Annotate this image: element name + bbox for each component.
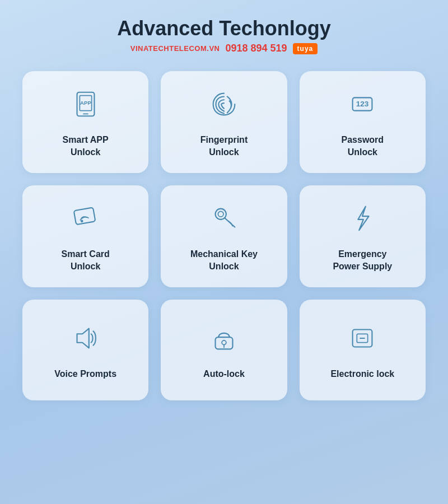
- voice-prompts-label: Voice Prompts: [54, 368, 116, 380]
- page-header: Advanced Techonlogy VINATECHTELECOM.VN 0…: [117, 17, 330, 66]
- lightning-icon: [346, 202, 379, 239]
- subheader: VINATECHTELECOM.VN 0918 894 519 tuya: [117, 43, 330, 54]
- fingerprint-label: FingerprintUnlock: [200, 134, 248, 159]
- smart-app-label: Smart APPUnlock: [63, 134, 109, 159]
- features-grid: APP Smart APPUnlock FingerprintUnlock 12…: [22, 71, 426, 400]
- mechanical-key-label: Mechanical KeyUnlock: [190, 248, 258, 273]
- phone-number: 0918 894 519: [225, 43, 287, 54]
- svg-marker-13: [77, 328, 88, 348]
- card-mechanical-key: Mechanical KeyUnlock: [161, 185, 287, 287]
- svg-point-9: [218, 211, 223, 217]
- card-smart-app: APP Smart APPUnlock: [22, 71, 148, 173]
- svg-rect-6: [73, 207, 95, 225]
- card-smart-card: Smart CardUnlock: [22, 185, 148, 287]
- auto-lock-label: Auto-lock: [203, 368, 245, 380]
- card-auto-lock: Auto-lock: [161, 300, 287, 400]
- svg-point-7: [81, 220, 82, 222]
- svg-text:APP: APP: [80, 100, 91, 106]
- smart-card-label: Smart CardUnlock: [62, 248, 110, 273]
- card-fingerprint: FingerprintUnlock: [161, 71, 287, 173]
- fingerprint-icon: [208, 88, 240, 125]
- svg-point-15: [222, 340, 226, 345]
- electronic-icon: [346, 322, 379, 359]
- card-electronic-lock: Electronic lock: [300, 300, 426, 400]
- tuya-badge: tuya: [293, 43, 318, 54]
- card-emergency-power: EmergencyPower Supply: [300, 185, 426, 287]
- svg-text:123: 123: [356, 100, 369, 108]
- card-icon: [69, 202, 102, 239]
- emergency-power-label: EmergencyPower Supply: [333, 248, 392, 273]
- speaker-icon: [69, 322, 102, 359]
- page-title: Advanced Techonlogy: [117, 17, 330, 40]
- password-icon: 123: [346, 88, 379, 125]
- app-icon: APP: [69, 88, 102, 125]
- password-label: PasswordUnlock: [342, 134, 384, 159]
- key-icon: [208, 202, 240, 239]
- svg-line-12: [228, 221, 231, 223]
- card-password: 123 PasswordUnlock: [300, 71, 426, 173]
- card-voice-prompts: Voice Prompts: [22, 300, 148, 400]
- svg-line-11: [231, 223, 233, 226]
- lock-icon: [208, 322, 240, 359]
- website-text: VINATECHTELECOM.VN: [130, 44, 220, 53]
- electronic-lock-label: Electronic lock: [330, 368, 394, 380]
